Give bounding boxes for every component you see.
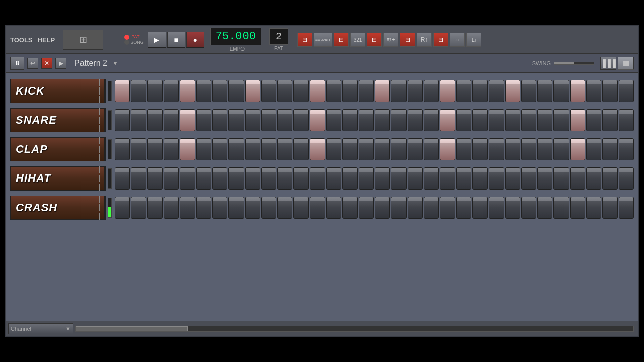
toolbar-btn-10[interactable]: ↔ [450, 33, 465, 47]
step-snare-12[interactable] [310, 109, 325, 131]
step-kick-17[interactable] [391, 80, 406, 102]
toolbar-btn-5[interactable]: ⊟ [367, 33, 382, 47]
toolbar-btn-3[interactable]: ⊟ [334, 33, 349, 47]
step-clap-26[interactable] [537, 138, 552, 160]
step-kick-22[interactable] [472, 80, 488, 102]
step-crash-8[interactable] [245, 197, 260, 219]
steps-button[interactable]: 8 [10, 57, 24, 70]
track-label-clap[interactable]: CLAP [10, 137, 106, 161]
step-crash-22[interactable] [472, 197, 488, 219]
step-snare-7[interactable] [228, 109, 244, 131]
step-clap-9[interactable] [261, 138, 276, 160]
track-volume-hihat[interactable] [108, 168, 112, 189]
step-kick-27[interactable] [553, 80, 569, 102]
step-kick-1[interactable] [131, 80, 146, 102]
step-crash-16[interactable] [375, 197, 390, 219]
step-clap-17[interactable] [391, 138, 406, 160]
step-hihat-1[interactable] [131, 167, 146, 190]
step-kick-30[interactable] [602, 80, 617, 102]
step-kick-4[interactable] [180, 80, 195, 102]
step-clap-31[interactable] [619, 138, 634, 160]
toolbar-btn-1[interactable]: ⊟ [297, 33, 312, 47]
step-snare-17[interactable] [391, 109, 406, 131]
step-hihat-26[interactable] [537, 167, 552, 190]
step-snare-16[interactable] [375, 109, 390, 131]
step-hihat-7[interactable] [228, 167, 244, 190]
step-crash-24[interactable] [505, 197, 520, 219]
view-grid-button[interactable]: ▦ [618, 57, 634, 70]
step-crash-14[interactable] [342, 197, 357, 219]
step-kick-12[interactable] [310, 80, 325, 102]
step-snare-0[interactable] [115, 109, 130, 131]
toolbar-btn-8[interactable]: R↑ [417, 33, 432, 47]
step-snare-8[interactable] [245, 109, 260, 131]
step-hihat-20[interactable] [440, 167, 455, 190]
step-hihat-11[interactable] [293, 167, 308, 190]
step-hihat-17[interactable] [391, 167, 406, 190]
menu-help[interactable]: HELP [38, 36, 55, 44]
step-hihat-10[interactable] [277, 167, 292, 190]
step-clap-7[interactable] [228, 138, 244, 160]
step-crash-21[interactable] [456, 197, 471, 219]
step-clap-6[interactable] [212, 138, 227, 160]
step-kick-23[interactable] [489, 80, 504, 102]
track-label-crash[interactable]: CRASH [10, 196, 106, 220]
step-clap-19[interactable] [424, 138, 439, 160]
step-snare-23[interactable] [489, 109, 504, 131]
step-clap-3[interactable] [164, 138, 179, 160]
step-hihat-14[interactable] [342, 167, 357, 190]
step-clap-11[interactable] [293, 138, 308, 160]
step-snare-19[interactable] [424, 109, 439, 131]
step-kick-15[interactable] [359, 80, 374, 102]
step-kick-10[interactable] [277, 80, 292, 102]
step-crash-6[interactable] [212, 197, 227, 219]
step-snare-3[interactable] [164, 109, 179, 131]
step-snare-14[interactable] [342, 109, 357, 131]
step-clap-27[interactable] [553, 138, 569, 160]
redo-button[interactable]: ✕ [41, 58, 52, 69]
step-clap-21[interactable] [456, 138, 471, 160]
step-snare-21[interactable] [456, 109, 471, 131]
step-kick-9[interactable] [261, 80, 276, 102]
step-kick-8[interactable] [245, 80, 260, 102]
step-snare-20[interactable] [440, 109, 455, 131]
step-crash-17[interactable] [391, 197, 406, 219]
step-clap-4[interactable] [180, 138, 195, 160]
step-crash-1[interactable] [131, 197, 146, 219]
step-snare-10[interactable] [277, 109, 292, 131]
step-clap-10[interactable] [277, 138, 292, 160]
view-bar-button[interactable]: ▐▐▐ [600, 57, 616, 70]
step-kick-0[interactable] [115, 80, 130, 102]
step-kick-2[interactable] [147, 80, 163, 102]
step-snare-13[interactable] [326, 109, 341, 131]
step-clap-2[interactable] [147, 138, 163, 160]
track-label-snare[interactable]: SNARE [10, 108, 106, 132]
step-kick-18[interactable] [408, 80, 423, 102]
step-clap-22[interactable] [472, 138, 488, 160]
step-kick-5[interactable] [196, 80, 211, 102]
record-button[interactable]: ● [186, 32, 204, 48]
step-crash-13[interactable] [326, 197, 341, 219]
step-clap-29[interactable] [586, 138, 601, 160]
step-kick-20[interactable] [440, 80, 455, 102]
step-kick-11[interactable] [293, 80, 308, 102]
step-clap-13[interactable] [326, 138, 341, 160]
step-clap-25[interactable] [521, 138, 536, 160]
step-crash-0[interactable] [115, 197, 130, 219]
step-clap-8[interactable] [245, 138, 260, 160]
step-snare-26[interactable] [537, 109, 552, 131]
step-hihat-29[interactable] [586, 167, 601, 190]
step-crash-12[interactable] [310, 197, 325, 219]
pat-display[interactable]: 2 [269, 28, 288, 45]
step-clap-30[interactable] [602, 138, 617, 160]
step-hihat-25[interactable] [521, 167, 536, 190]
step-crash-5[interactable] [196, 197, 211, 219]
step-kick-28[interactable] [570, 80, 585, 102]
step-hihat-9[interactable] [261, 167, 276, 190]
step-clap-14[interactable] [342, 138, 357, 160]
step-kick-19[interactable] [424, 80, 439, 102]
step-snare-18[interactable] [408, 109, 423, 131]
step-clap-16[interactable] [375, 138, 390, 160]
tempo-display[interactable]: 75.000 [210, 28, 261, 45]
step-crash-27[interactable] [553, 197, 569, 219]
